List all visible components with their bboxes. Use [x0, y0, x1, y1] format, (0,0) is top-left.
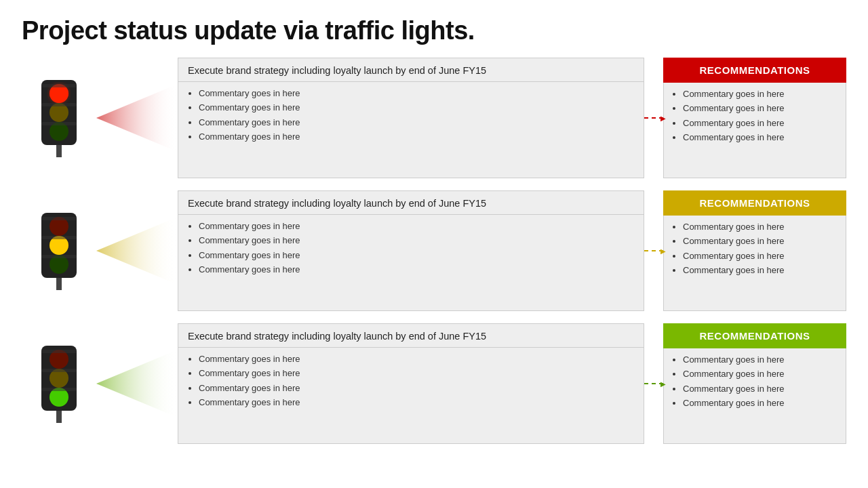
traffic-row-green: Execute brand strategy including loyalty… — [22, 323, 846, 444]
svg-rect-24 — [41, 350, 77, 353]
rec-title-yellow: RECOMMENDATIONS — [663, 190, 846, 216]
svg-rect-16 — [41, 236, 77, 239]
rec-box-red: RECOMMENDATIONSCommentary goes in hereCo… — [663, 58, 846, 178]
svg-rect-26 — [41, 388, 77, 391]
beam-green — [96, 323, 178, 444]
arrow-green — [644, 323, 663, 444]
svg-rect-8 — [41, 122, 77, 125]
svg-rect-0 — [56, 145, 62, 157]
list-item: Commentary goes in here — [683, 396, 839, 410]
list-item: Commentary goes in here — [683, 249, 839, 263]
list-item: Commentary goes in here — [199, 233, 634, 247]
list-item: Commentary goes in here — [683, 367, 839, 381]
svg-rect-17 — [41, 255, 77, 258]
list-item: Commentary goes in here — [199, 381, 634, 395]
list-item: Commentary goes in here — [199, 86, 634, 100]
traffic-light-red — [22, 58, 96, 178]
list-item: Commentary goes in here — [683, 382, 839, 396]
page-title: Project status update via traffic lights… — [22, 16, 846, 45]
svg-rect-6 — [41, 84, 77, 87]
rec-title-red: RECOMMENDATIONS — [663, 58, 846, 83]
list-item: Commentary goes in here — [683, 234, 839, 248]
content-bullets-yellow: Commentary goes in hereCommentary goes i… — [178, 215, 644, 281]
svg-marker-9 — [96, 84, 178, 152]
arrow-red — [644, 58, 663, 178]
list-item: Commentary goes in here — [683, 352, 839, 367]
svg-rect-15 — [41, 217, 77, 220]
list-item: Commentary goes in here — [683, 101, 839, 115]
rec-bullets-green: Commentary goes in hereCommentary goes i… — [663, 348, 846, 444]
list-item: Commentary goes in here — [199, 129, 634, 144]
traffic-row-yellow: Execute brand strategy including loyalty… — [22, 190, 846, 311]
svg-rect-10 — [56, 278, 62, 290]
rec-box-green: RECOMMENDATIONSCommentary goes in hereCo… — [663, 323, 846, 444]
traffic-light-yellow — [22, 190, 96, 311]
list-item: Commentary goes in here — [199, 352, 634, 366]
list-item: Commentary goes in here — [199, 100, 634, 115]
list-item: Commentary goes in here — [683, 263, 839, 277]
beam-red — [96, 58, 178, 178]
list-item: Commentary goes in here — [199, 219, 634, 233]
rec-box-yellow: RECOMMENDATIONSCommentary goes in hereCo… — [663, 190, 846, 311]
list-item: Commentary goes in here — [199, 248, 634, 262]
content-bullets-green: Commentary goes in hereCommentary goes i… — [178, 348, 644, 414]
list-item: Commentary goes in here — [199, 262, 634, 277]
list-item: Commentary goes in here — [683, 130, 839, 144]
rec-bullets-yellow: Commentary goes in hereCommentary goes i… — [663, 216, 846, 311]
traffic-row-red: Execute brand strategy including loyalty… — [22, 58, 846, 178]
svg-rect-7 — [41, 103, 77, 106]
content-box-green: Execute brand strategy including loyalty… — [178, 323, 644, 444]
rows-container: Execute brand strategy including loyalty… — [22, 58, 846, 444]
svg-marker-27 — [96, 350, 178, 418]
list-item: Commentary goes in here — [199, 395, 634, 409]
rec-bullets-red: Commentary goes in hereCommentary goes i… — [663, 83, 846, 178]
list-item: Commentary goes in here — [199, 366, 634, 380]
content-title-red: Execute brand strategy including loyalty… — [178, 58, 644, 82]
content-box-red: Execute brand strategy including loyalty… — [178, 58, 644, 178]
traffic-light-green — [22, 323, 96, 444]
beam-yellow — [96, 190, 178, 311]
content-bullets-red: Commentary goes in hereCommentary goes i… — [178, 82, 644, 148]
content-title-green: Execute brand strategy including loyalty… — [178, 324, 644, 348]
arrow-yellow — [644, 190, 663, 311]
svg-rect-19 — [56, 411, 62, 423]
list-item: Commentary goes in here — [683, 116, 839, 130]
svg-rect-25 — [41, 369, 77, 372]
list-item: Commentary goes in here — [683, 220, 839, 234]
list-item: Commentary goes in here — [683, 87, 839, 101]
svg-marker-18 — [96, 217, 178, 285]
content-title-yellow: Execute brand strategy including loyalty… — [178, 191, 644, 215]
rec-title-green: RECOMMENDATIONS — [663, 323, 846, 348]
content-box-yellow: Execute brand strategy including loyalty… — [178, 190, 644, 311]
list-item: Commentary goes in here — [199, 115, 634, 129]
